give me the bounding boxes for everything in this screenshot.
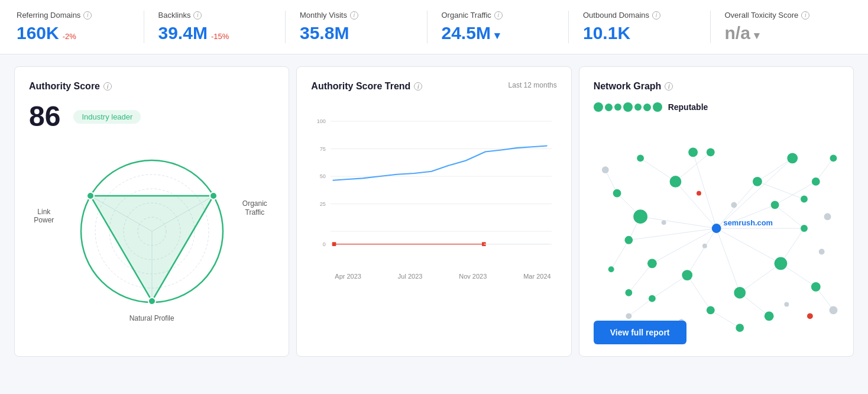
monthly-visits-info[interactable]: i <box>350 11 358 20</box>
reputable-dot-4 <box>623 102 633 112</box>
reputable-dots <box>594 102 662 112</box>
monthly-visits-label: Monthly Visits <box>300 11 347 20</box>
svg-point-72 <box>637 154 644 162</box>
svg-point-10 <box>210 192 217 199</box>
svg-text:100: 100 <box>317 118 326 124</box>
svg-line-59 <box>629 299 652 317</box>
svg-point-80 <box>625 289 632 296</box>
toxicity-score-label: Overall Toxicity Score <box>725 11 799 20</box>
svg-text:25: 25 <box>320 201 326 207</box>
svg-point-81 <box>613 189 621 198</box>
reputable-dot-3 <box>614 104 621 111</box>
svg-point-88 <box>829 306 837 315</box>
authority-trend-info[interactable]: i <box>414 82 422 91</box>
network-svg: semrush.com <box>594 119 839 338</box>
authority-trend-card: Authority Score Trend i Last 12 months 1… <box>296 66 571 357</box>
metric-organic-traffic: Organic Traffic i 24.5M ▾ <box>427 11 569 43</box>
toxicity-score-value: n/a <box>725 23 750 43</box>
svg-point-94 <box>784 302 789 307</box>
svg-point-79 <box>764 311 773 321</box>
svg-point-87 <box>626 313 631 319</box>
svg-line-40 <box>640 158 675 182</box>
radar-chart: LinkPower OrganicTraffic Natural Profile <box>29 137 274 326</box>
authority-score-card: Authority Score i 86 Industry leader <box>14 66 289 357</box>
svg-point-70 <box>734 287 746 299</box>
reputable-dot-1 <box>594 102 603 112</box>
svg-line-52 <box>629 263 652 292</box>
radar-label-natural-profile: Natural Profile <box>129 314 174 322</box>
reputable-label: Reputable <box>668 102 708 112</box>
svg-point-95 <box>824 213 831 220</box>
radar-svg <box>75 154 229 308</box>
outbound-domains-label: Outbound Domains <box>583 11 649 20</box>
svg-line-47 <box>775 205 804 228</box>
toxicity-score-info[interactable]: i <box>801 11 809 20</box>
svg-line-37 <box>716 228 740 293</box>
svg-point-84 <box>830 154 837 162</box>
outbound-domains-info[interactable]: i <box>652 11 660 20</box>
svg-point-64 <box>770 201 779 209</box>
metric-outbound-domains: Outbound Domains i 10.1K <box>569 11 711 43</box>
svg-point-67 <box>647 259 657 268</box>
svg-line-33 <box>716 228 780 263</box>
svg-point-61 <box>669 176 681 188</box>
svg-point-71 <box>688 148 698 157</box>
svg-point-85 <box>736 324 744 332</box>
top-metrics-bar: Referring Domains i 160K -2% Backlinks i… <box>0 0 868 54</box>
svg-line-42 <box>757 158 792 182</box>
reputable-dot-2 <box>605 104 613 111</box>
x-axis-labels: Apr 2023 Jul 2023 Nov 2023 Mar 2024 <box>311 270 556 280</box>
organic-traffic-arrow[interactable]: ▾ <box>494 29 500 42</box>
svg-line-36 <box>629 228 716 240</box>
referring-domains-info[interactable]: i <box>83 11 92 20</box>
svg-point-78 <box>707 306 715 315</box>
authority-score-info[interactable]: i <box>103 82 112 91</box>
svg-point-68 <box>801 225 808 232</box>
svg-point-82 <box>801 196 808 203</box>
backlinks-change: -15% <box>211 32 229 41</box>
svg-point-63 <box>633 209 647 224</box>
toxicity-dropdown-arrow[interactable]: ▾ <box>754 29 759 42</box>
svg-point-92 <box>702 244 707 248</box>
network-canvas: semrush.com <box>594 119 839 338</box>
svg-point-12 <box>148 298 156 305</box>
green-nodes <box>608 148 837 332</box>
svg-point-91 <box>731 202 737 208</box>
metric-backlinks: Backlinks i 39.4M -15% <box>144 11 286 43</box>
industry-leader-badge: Industry leader <box>73 110 141 124</box>
trend-period-label: Last 12 months <box>509 81 557 89</box>
semrush-label: semrush.com <box>723 218 773 227</box>
radar-label-organic-traffic: OrganicTraffic <box>242 199 267 218</box>
svg-line-48 <box>652 275 687 299</box>
svg-line-32 <box>687 228 716 275</box>
network-graph-card: Network Graph i Reputable <box>579 66 854 357</box>
cards-row: Authority Score i 86 Industry leader <box>0 54 868 369</box>
svg-line-43 <box>757 182 804 199</box>
svg-point-62 <box>753 177 762 186</box>
view-full-report-button[interactable]: View full report <box>594 321 686 344</box>
svg-point-90 <box>661 220 666 225</box>
authority-score-title: Authority Score <box>29 81 100 92</box>
monthly-visits-value: 35.8M <box>300 23 349 43</box>
svg-text:50: 50 <box>320 173 326 179</box>
x-label-mar-2024: Mar 2024 <box>523 273 550 280</box>
svg-point-74 <box>787 153 798 163</box>
referring-domains-label: Referring Domains <box>17 11 80 20</box>
reputable-dot-6 <box>643 104 651 111</box>
x-label-apr-2023: Apr 2023 <box>335 273 361 280</box>
x-label-nov-2023: Nov 2023 <box>459 273 487 280</box>
outbound-domains-value: 10.1K <box>583 23 630 43</box>
reputable-legend: Reputable <box>594 102 839 112</box>
reputable-dot-5 <box>634 104 642 111</box>
svg-point-89 <box>818 249 824 255</box>
metric-monthly-visits: Monthly Visits i 35.8M <box>286 11 427 43</box>
grey-nodes <box>602 166 838 325</box>
trend-chart-svg: 100 75 50 25 0 <box>311 102 556 268</box>
organic-traffic-info[interactable]: i <box>494 11 503 20</box>
svg-point-77 <box>649 295 656 302</box>
authority-score-number: 86 <box>29 102 60 131</box>
network-graph-info[interactable]: i <box>665 82 673 91</box>
radar-label-link-power: LinkPower <box>34 208 54 224</box>
svg-line-56 <box>815 158 833 182</box>
backlinks-info[interactable]: i <box>193 11 202 20</box>
